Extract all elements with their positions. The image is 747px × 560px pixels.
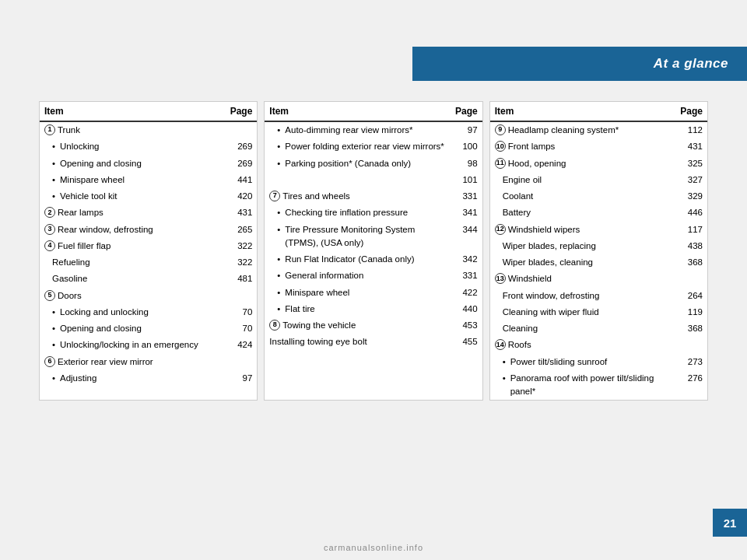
item-label: Windshield wipers bbox=[508, 223, 580, 236]
page-cell: 100 bbox=[451, 138, 482, 155]
page-cell bbox=[675, 271, 707, 287]
indent-item-label: Engine oil bbox=[495, 173, 672, 187]
item-cell: 1Trunk bbox=[40, 121, 222, 138]
bullet-item-label: Minispare wheel bbox=[269, 286, 446, 299]
col-header-page: Page bbox=[451, 102, 482, 121]
item-number: 6 bbox=[44, 356, 55, 367]
index-table-1: ItemPage1TrunkUnlocking269Opening and cl… bbox=[40, 102, 257, 387]
indent-item-label: Refueling bbox=[44, 256, 217, 269]
page-cell: 265 bbox=[222, 222, 257, 238]
col-header-item: Item bbox=[40, 102, 222, 121]
bullet-item-label: Locking and unlocking bbox=[44, 306, 217, 319]
table-row: Wiper blades, cleaning368 bbox=[490, 254, 707, 271]
page-cell: 431 bbox=[675, 138, 707, 155]
item-cell: Vehicle tool kit bbox=[40, 188, 222, 205]
item-number: 5 bbox=[44, 290, 55, 301]
bullet-item-label: Run Flat Indicator (Canada only) bbox=[269, 253, 446, 266]
item-cell: Unlocking bbox=[40, 138, 222, 155]
page-cell: 264 bbox=[675, 288, 707, 304]
table-row: 4Fuel filler flap322 bbox=[40, 238, 257, 254]
col-header-page: Page bbox=[675, 102, 707, 121]
page-cell: 344 bbox=[451, 222, 482, 252]
table-row: Auto-dimming rear view mirrors*97 bbox=[265, 121, 482, 138]
item-cell: Panorama roof with power tilt/sliding pa… bbox=[490, 370, 676, 401]
indent-item-label: Coolant bbox=[495, 190, 672, 203]
item-number: 12 bbox=[495, 224, 506, 235]
item-cell: Parking position* (Canada only) bbox=[265, 156, 451, 172]
item-number: 2 bbox=[44, 207, 55, 218]
table-row: 12Windshield wipers117 bbox=[490, 222, 707, 238]
table-row: Cleaning with wiper fluid119 bbox=[490, 304, 707, 320]
item-cell: Refueling bbox=[40, 254, 222, 271]
table-row: Coolant329 bbox=[490, 188, 707, 205]
page-cell: 342 bbox=[451, 251, 482, 268]
page-cell: 70 bbox=[222, 320, 257, 337]
item-cell: Battery bbox=[490, 205, 676, 221]
item-number: 1 bbox=[44, 124, 55, 135]
bullet-item-label: Unlocking/locking in an emergency bbox=[44, 338, 217, 352]
item-cell: Wiper blades, cleaning bbox=[490, 254, 676, 271]
table-row: Tire Pressure Monitoring System (TPMS), … bbox=[265, 222, 482, 252]
page-cell: 341 bbox=[451, 205, 482, 221]
table-1: ItemPage1TrunkUnlocking269Opening and cl… bbox=[39, 101, 258, 401]
item-label: Tires and wheels bbox=[282, 190, 350, 203]
item-number: 10 bbox=[495, 141, 506, 152]
item-cell: Minispare wheel bbox=[265, 285, 451, 301]
bullet-item-label: Adjusting bbox=[44, 372, 217, 385]
item-cell: Tire Pressure Monitoring System (TPMS), … bbox=[265, 222, 451, 252]
table-2: ItemPageAuto-dimming rear view mirrors*9… bbox=[264, 101, 482, 401]
page-cell: 446 bbox=[675, 205, 707, 221]
item-cell: Engine oil bbox=[490, 172, 676, 188]
table-row: 5Doors bbox=[40, 288, 257, 304]
item-cell: 12Windshield wipers bbox=[490, 222, 676, 238]
indent-item-label: Cleaning with wiper fluid bbox=[495, 306, 672, 319]
page-cell: 368 bbox=[675, 320, 707, 337]
table-row: Checking tire inflation pressure341 bbox=[265, 205, 482, 221]
bullet-item-label: Power folding exterior rear view mirrors… bbox=[269, 140, 446, 153]
page-cell: 327 bbox=[675, 172, 707, 188]
item-cell: Minispare wheel bbox=[40, 172, 222, 188]
indent-item-label: Gasoline bbox=[44, 272, 217, 285]
bullet-item-label: General information bbox=[269, 269, 446, 282]
item-cell bbox=[265, 172, 451, 188]
col-header-page: Page bbox=[222, 102, 257, 121]
item-cell: Installing towing eye bolt bbox=[265, 334, 451, 350]
indent-item-label: Cleaning bbox=[495, 322, 672, 335]
item-cell: 8Towing the vehicle bbox=[265, 317, 451, 334]
page-cell: 119 bbox=[675, 304, 707, 320]
item-cell: 14Roofs bbox=[490, 337, 676, 353]
bullet-item-label: Tire Pressure Monitoring System (TPMS), … bbox=[269, 223, 446, 250]
item-number: 13 bbox=[495, 273, 506, 284]
table-row: Cleaning368 bbox=[490, 320, 707, 337]
item-label: Towing the vehicle bbox=[282, 319, 356, 332]
item-cell: Adjusting bbox=[40, 370, 222, 387]
item-cell: Run Flat Indicator (Canada only) bbox=[265, 251, 451, 268]
item-number: 4 bbox=[44, 240, 55, 251]
bullet-item-label: Power tilt/sliding sunroof bbox=[495, 355, 672, 369]
col-header-item: Item bbox=[265, 102, 451, 121]
table-row: 9Headlamp cleaning system*112 bbox=[490, 121, 707, 138]
item-cell: 2Rear lamps bbox=[40, 205, 222, 221]
item-cell: Coolant bbox=[490, 188, 676, 205]
item-cell: Cleaning bbox=[490, 320, 676, 337]
item-cell: 11Hood, opening bbox=[490, 156, 676, 172]
indent-item-label: Wiper blades, replacing bbox=[495, 240, 672, 253]
item-cell: Wiper blades, replacing bbox=[490, 238, 676, 254]
item-label: Doors bbox=[58, 289, 82, 303]
item-cell: Opening and closing bbox=[40, 320, 222, 337]
page-cell: 97 bbox=[222, 370, 257, 387]
item-number: 8 bbox=[269, 320, 280, 331]
table-row: Flat tire440 bbox=[265, 301, 482, 317]
page-cell: 322 bbox=[222, 254, 257, 271]
indent-item-label: Battery bbox=[495, 206, 672, 219]
watermark: carmanualsonline.info bbox=[324, 543, 423, 552]
table-row: 8Towing the vehicle453 bbox=[265, 317, 482, 334]
item-label: Hood, opening bbox=[508, 157, 566, 170]
table-row: Power tilt/sliding sunroof273 bbox=[490, 354, 707, 370]
section-title: At a glance bbox=[654, 56, 728, 72]
bullet-item-label: Panorama roof with power tilt/sliding pa… bbox=[495, 372, 672, 399]
page-cell: 329 bbox=[675, 188, 707, 205]
bullet-item-label: Checking tire inflation pressure bbox=[269, 206, 446, 219]
page-cell: 441 bbox=[222, 172, 257, 188]
page-cell: 453 bbox=[451, 317, 482, 334]
